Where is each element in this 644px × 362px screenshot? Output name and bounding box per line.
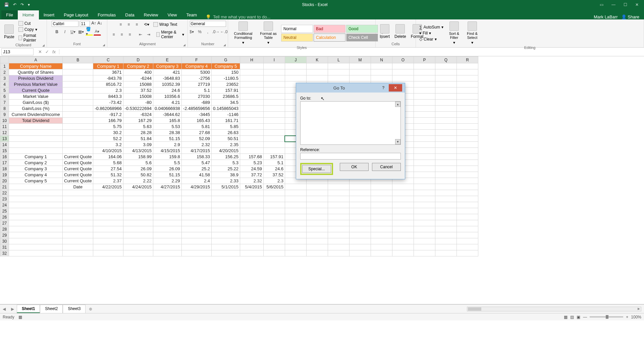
cell-F12[interactable]: 27.68	[181, 130, 211, 136]
cell-B28[interactable]	[63, 226, 93, 232]
cell-N27[interactable]	[371, 220, 392, 226]
cell-R23[interactable]	[457, 196, 478, 202]
cell-C18[interactable]: 27.54	[93, 166, 123, 172]
cell-R29[interactable]	[457, 232, 478, 238]
fill-button[interactable]: ▾ Fill ▾	[419, 31, 444, 36]
style-normal[interactable]: Normal	[281, 25, 313, 33]
cell-M22[interactable]	[349, 190, 371, 196]
cell-I2[interactable]	[263, 69, 285, 75]
cell-M21[interactable]	[349, 184, 371, 190]
tab-page-layout[interactable]: Page Layout	[59, 10, 93, 19]
minimize-icon[interactable]: —	[611, 2, 615, 7]
cell-E25[interactable]	[153, 208, 181, 214]
cell-G28[interactable]	[212, 226, 240, 232]
cell-R28[interactable]	[457, 226, 478, 232]
cell-M28[interactable]	[349, 226, 371, 232]
cell-I26[interactable]	[263, 214, 285, 220]
cell-D20[interactable]: 2.22	[123, 178, 153, 184]
row-header-13[interactable]: 13	[0, 136, 9, 142]
cell-C25[interactable]	[93, 208, 123, 214]
cell-C4[interactable]: 8516.72	[93, 81, 123, 87]
cell-R19[interactable]	[457, 172, 478, 178]
view-layout-icon[interactable]: ▤	[570, 315, 574, 319]
cell-N29[interactable]	[371, 232, 392, 238]
cell-B16[interactable]: Current Quote	[63, 154, 93, 160]
cell-H30[interactable]	[240, 238, 263, 244]
cell-G17[interactable]: 5.3	[212, 160, 240, 166]
cell-F17[interactable]: 5.47	[181, 160, 211, 166]
row-header-6[interactable]: 6	[0, 94, 9, 100]
cell-D23[interactable]	[123, 196, 153, 202]
cell-G20[interactable]: 2.33	[212, 178, 240, 184]
cell-H13[interactable]	[240, 136, 263, 142]
merge-center-button[interactable]: Merge & Center ▾	[156, 29, 185, 40]
cell-B6[interactable]	[63, 94, 93, 100]
increase-decimal-icon[interactable]: .0→	[212, 28, 220, 36]
cell-C17[interactable]: 5.68	[93, 160, 123, 166]
cell-F22[interactable]	[181, 190, 211, 196]
cell-E19[interactable]: 51.15	[153, 172, 181, 178]
col-header-L[interactable]: L	[328, 57, 349, 63]
cell-B9[interactable]	[63, 112, 93, 118]
cell-C12[interactable]: 30.2	[93, 130, 123, 136]
cell-Q27[interactable]	[435, 220, 457, 226]
tab-home[interactable]: Home	[18, 10, 39, 19]
cell-A23[interactable]	[9, 196, 63, 202]
cell-Q5[interactable]	[435, 87, 457, 94]
cell-D14[interactable]: 3.09	[123, 142, 153, 148]
cell-P3[interactable]	[414, 75, 435, 81]
cell-I14[interactable]	[263, 142, 285, 148]
cell-B22[interactable]	[63, 190, 93, 196]
cell-B11[interactable]	[63, 124, 93, 130]
cell-D22[interactable]	[123, 190, 153, 196]
cell-A4[interactable]: Previous Market Value	[9, 81, 63, 87]
cell-R27[interactable]	[457, 220, 478, 226]
cell-K27[interactable]	[306, 220, 328, 226]
cell-C22[interactable]	[93, 190, 123, 196]
cell-G23[interactable]	[212, 196, 240, 202]
row-header-24[interactable]: 24	[0, 202, 9, 208]
cell-G26[interactable]	[212, 214, 240, 220]
cell-R31[interactable]	[457, 244, 478, 250]
row-header-14[interactable]: 14	[0, 142, 9, 148]
cell-E18[interactable]: 26.09	[153, 166, 181, 172]
cell-N30[interactable]	[371, 238, 392, 244]
cell-Q20[interactable]	[435, 178, 457, 184]
cell-A16[interactable]: Company 1	[9, 154, 63, 160]
cell-B19[interactable]: Current Quote	[63, 172, 93, 178]
cell-R32[interactable]	[457, 250, 478, 256]
cell-Q16[interactable]	[435, 154, 457, 160]
cell-M32[interactable]	[349, 250, 371, 256]
cell-E17[interactable]: 5.5	[153, 160, 181, 166]
cell-H18[interactable]: 24.59	[240, 166, 263, 172]
cell-G18[interactable]: 25.22	[212, 166, 240, 172]
cell-O24[interactable]	[392, 202, 414, 208]
row-header-4[interactable]: 4	[0, 81, 9, 87]
cell-B8[interactable]	[63, 106, 93, 112]
cell-H12[interactable]	[240, 130, 263, 136]
cell-A5[interactable]: Current Quote	[9, 87, 63, 94]
cell-J2[interactable]	[285, 69, 306, 75]
row-header-31[interactable]: 31	[0, 244, 9, 250]
cell-C1[interactable]: Company 1	[93, 63, 123, 69]
cell-R25[interactable]	[457, 208, 478, 214]
cell-A15[interactable]	[9, 148, 63, 154]
cell-F2[interactable]: 5300	[181, 69, 211, 75]
cell-A25[interactable]	[9, 208, 63, 214]
cell-L29[interactable]	[328, 232, 349, 238]
cell-A11[interactable]	[9, 124, 63, 130]
cell-I29[interactable]	[263, 232, 285, 238]
cancel-formula-icon[interactable]: ✕	[38, 49, 42, 54]
cell-D6[interactable]: 15008	[123, 94, 153, 100]
cell-R13[interactable]	[457, 136, 478, 142]
cell-E12[interactable]: 28.38	[153, 130, 181, 136]
cell-K29[interactable]	[306, 232, 328, 238]
cell-E15[interactable]: 4/15/2015	[153, 148, 181, 154]
cell-Q23[interactable]	[435, 196, 457, 202]
undo-icon[interactable]: ↶	[13, 2, 16, 7]
cell-B2[interactable]	[63, 69, 93, 75]
align-right-icon[interactable]: ≡	[126, 31, 133, 38]
copy-button[interactable]: Copy ▾	[18, 27, 44, 32]
cell-P6[interactable]	[414, 94, 435, 100]
redo-icon[interactable]: ↷	[20, 2, 24, 7]
